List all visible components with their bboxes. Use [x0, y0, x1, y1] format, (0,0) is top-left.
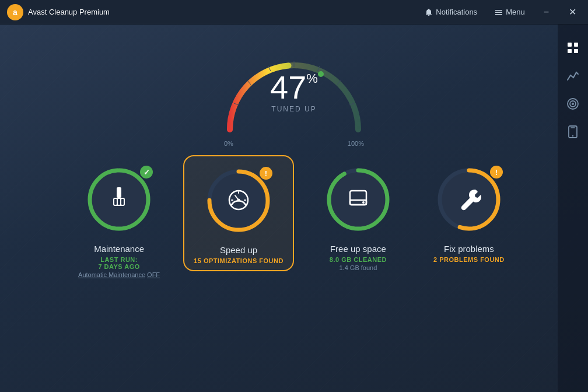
fix-problems-label: Fix problems [444, 244, 494, 254]
maintenance-link: Automatic Maintenance OFF [78, 271, 160, 278]
speed-up-sub: 15 OPTIMIZATIONS FOUND [194, 257, 284, 264]
svg-rect-3 [495, 12, 502, 13]
wrench-icon [455, 184, 483, 212]
notifications-label: Notifications [436, 8, 477, 16]
line-chart-icon [566, 69, 579, 82]
close-button[interactable]: ✕ [564, 5, 581, 19]
bell-icon [425, 8, 433, 16]
maintenance-sub1: LAST RUN: 7 DAYS AGO [98, 256, 139, 270]
svg-rect-30 [121, 199, 124, 205]
gauge-suffix: % [306, 71, 318, 86]
logo-area: a Avast Cleanup Premium [7, 4, 110, 20]
svg-point-11 [572, 103, 574, 105]
svg-rect-4 [495, 14, 502, 15]
free-space-circle [323, 164, 393, 235]
notifications-button[interactable]: Notifications [421, 5, 481, 19]
maintenance-icon [105, 184, 133, 215]
maintenance-badge: ✓ [140, 166, 153, 178]
titlebar-controls: Notifications Menu − ✕ [421, 5, 581, 19]
fix-problems-circle: ! [434, 164, 504, 235]
svg-point-45 [362, 201, 365, 204]
sidebar-chart-button[interactable] [561, 64, 584, 88]
feature-cards-row: ✓ Maintenance LAST RUN: 7 DAYS AGO [72, 164, 516, 278]
menu-label: Menu [506, 8, 525, 16]
svg-rect-5 [568, 43, 572, 47]
speed-up-label: Speed up [220, 245, 257, 255]
gauge-range-labels: 0% 100% [224, 140, 364, 147]
minimize-button[interactable]: − [539, 5, 554, 19]
speed-up-icon [225, 185, 253, 216]
maintenance-circle: ✓ [84, 164, 154, 235]
svg-point-13 [572, 135, 573, 136]
menu-button[interactable]: Menu [491, 5, 528, 19]
gauge-min-label: 0% [224, 140, 233, 147]
free-space-icon [344, 184, 372, 215]
gauge-label: TUNED UP [270, 105, 318, 113]
free-space-sub2: 1.4 GB found [339, 264, 377, 271]
fix-problems-sub: 2 PROBLEMS FOUND [433, 256, 505, 263]
svg-text:a: a [13, 8, 18, 17]
free-space-card[interactable]: Free up space 8.0 GB CLEANED 1.4 GB foun… [312, 164, 405, 271]
avast-logo-icon: a [7, 4, 23, 20]
maintenance-off-link[interactable]: OFF [147, 271, 160, 278]
main-content: 47 % TUNED UP 0% 100% ✓ [0, 24, 588, 392]
svg-rect-2 [495, 10, 502, 11]
sidebar-phone-button[interactable] [561, 120, 584, 144]
broom-icon [105, 184, 133, 212]
speed-up-card-wrapper[interactable]: ! Speed up 15 OPTIMIZA [183, 164, 294, 271]
phone-icon [568, 125, 578, 138]
svg-rect-28 [114, 199, 117, 205]
target-icon [566, 97, 579, 110]
sidebar-grid-button[interactable] [561, 36, 584, 60]
svg-rect-6 [574, 43, 578, 47]
free-space-label: Free up space [330, 244, 386, 254]
fix-problems-badge: ! [490, 166, 503, 178]
free-space-sub1: 8.0 GB CLEANED [330, 256, 387, 263]
gauge-max-label: 100% [348, 140, 364, 147]
fix-problems-card[interactable]: ! Fix problems 2 PROBLEMS FOUND [422, 164, 516, 263]
right-sidebar [558, 24, 588, 392]
svg-point-36 [237, 199, 240, 202]
gauge-center-display: 47 % TUNED UP [270, 71, 318, 113]
speed-up-circle: ! [204, 166, 274, 236]
app-title: Avast Cleanup Premium [28, 8, 110, 16]
svg-rect-29 [118, 199, 120, 205]
svg-rect-26 [117, 187, 121, 198]
speed-up-selected-wrapper: ! Speed up 15 OPTIMIZA [183, 155, 294, 271]
maintenance-card[interactable]: ✓ Maintenance LAST RUN: 7 DAYS AGO [72, 164, 166, 278]
hard-drive-icon [344, 184, 372, 212]
svg-point-22 [318, 71, 324, 77]
gauge-value: 47 [270, 71, 306, 104]
titlebar: a Avast Cleanup Premium Notifications Me… [0, 0, 588, 24]
maintenance-label: Maintenance [94, 244, 144, 254]
performance-gauge: 47 % TUNED UP 0% 100% [212, 42, 376, 153]
grid-icon [566, 41, 579, 54]
speed-up-badge: ! [260, 167, 272, 180]
svg-rect-8 [574, 49, 578, 53]
hamburger-icon [495, 8, 503, 16]
fix-problems-icon [455, 184, 483, 215]
speedometer-icon [225, 185, 253, 213]
svg-rect-7 [568, 49, 572, 53]
sidebar-target-button[interactable] [561, 92, 584, 116]
